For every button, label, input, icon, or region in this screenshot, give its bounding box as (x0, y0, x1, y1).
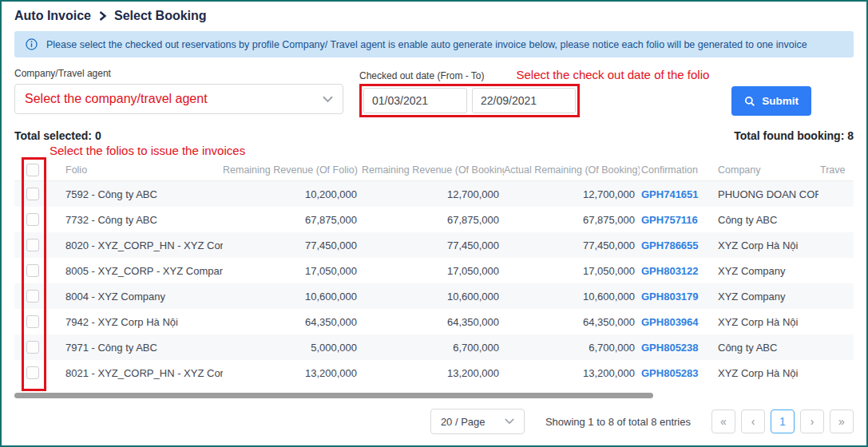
company-select[interactable]: Select the company/travel agent (14, 84, 343, 114)
confirmation-link[interactable]: GPH741651 (640, 188, 716, 200)
page-size-select[interactable]: 20 / Page (430, 409, 525, 434)
cell-remaining-revenue-folio: 67,875,000 (223, 214, 362, 226)
cell-actual-remaining: 67,875,000 (504, 214, 640, 226)
cell-company: XYZ Company (716, 265, 818, 277)
last-page-button[interactable]: » (830, 409, 854, 433)
cell-actual-remaining: 12,700,000 (504, 188, 640, 200)
cell-folio: 7592 - Công ty ABC (51, 188, 223, 200)
table-body: 7592 - Công ty ABC 10,200,000 12,700,000… (14, 181, 854, 386)
table-row[interactable]: 8021 - XYZ_CORP_HN - XYZ Corp Hà Nội 13,… (14, 360, 854, 386)
table-row[interactable]: 8004 - XYZ Company 10,600,000 10,600,000… (14, 283, 854, 309)
table-header-row: Folio Remaining Revenue (Of Folio) Remai… (14, 160, 854, 181)
col-header-travel-agent: Trave (818, 164, 854, 176)
confirmation-link[interactable]: GPH803964 (640, 316, 716, 328)
page-title: Select Booking (114, 9, 207, 23)
row-checkbox[interactable] (26, 366, 39, 379)
cell-actual-remaining: 64,350,000 (504, 316, 640, 328)
horizontal-scrollbar (14, 393, 854, 398)
row-checkbox[interactable] (26, 239, 39, 251)
cell-remaining-revenue-folio: 17,050,000 (223, 265, 362, 277)
cell-remaining-revenue-folio: 13,200,000 (223, 367, 362, 379)
confirmation-link[interactable]: GPH805283 (640, 367, 716, 379)
search-icon (744, 96, 755, 107)
row-checkbox[interactable] (26, 264, 39, 277)
cell-remaining-revenue-folio: 5,000,000 (223, 342, 362, 354)
col-header-confirmation: Confirmation (640, 164, 716, 176)
col-header-folio: Folio (51, 164, 223, 176)
confirmation-link[interactable]: GPH803179 (640, 291, 716, 303)
table-row[interactable]: 7592 - Công ty ABC 10,200,000 12,700,000… (14, 181, 854, 207)
cell-actual-remaining: 10,600,000 (504, 291, 640, 303)
cell-remaining-revenue-booking: 67,875,000 (362, 214, 504, 226)
info-circle-icon (26, 38, 38, 50)
col-header-remaining-revenue-folio: Remaining Revenue (Of Folio) (223, 164, 362, 176)
first-page-button[interactable]: « (711, 409, 735, 433)
cell-company: XYZ Company (716, 291, 818, 303)
pagination-summary: Showing 1 to 8 of total 8 entries (545, 416, 691, 428)
submit-button-label: Submit (762, 95, 799, 107)
col-header-actual-remaining: Actual Remaining (Of Booking) (504, 164, 640, 176)
submit-button[interactable]: Submit (731, 86, 811, 116)
date-to-input[interactable] (472, 88, 576, 113)
confirmation-link[interactable]: GPH757116 (640, 214, 716, 226)
total-found-booking: Total found booking: 8 (734, 129, 854, 142)
col-header-remaining-revenue-booking: Remaining Revenue (Of Booking) (362, 164, 504, 176)
cell-remaining-revenue-booking: 13,200,000 (362, 367, 504, 379)
table-row[interactable]: 7942 - XYZ Corp Hà Nội 64,350,000 64,350… (14, 309, 854, 334)
row-checkbox[interactable] (26, 213, 39, 226)
date-annotation-box (359, 84, 580, 117)
breadcrumb-parent[interactable]: Auto Invoice (14, 9, 91, 23)
select-all-checkbox[interactable] (26, 164, 39, 176)
next-page-button[interactable]: › (800, 409, 824, 433)
cell-actual-remaining: 17,050,000 (504, 265, 640, 277)
cell-actual-remaining: 77,450,000 (504, 239, 640, 251)
table-row[interactable]: 7732 - Công ty ABC 67,875,000 67,875,000… (14, 207, 854, 232)
cell-actual-remaining: 6,700,000 (504, 342, 640, 354)
company-label: Company/Travel agent (14, 68, 343, 79)
table-row[interactable]: 8005 - XYZ_CORP - XYZ Company 17,050,000… (14, 258, 854, 283)
confirmation-link[interactable]: GPH805238 (640, 342, 716, 354)
auto-invoice-page: Auto Invoice Select Booking Please selec… (0, 0, 868, 447)
prev-page-button[interactable]: ‹ (741, 409, 765, 433)
chevron-right-icon (98, 10, 107, 22)
confirmation-link[interactable]: GPH803122 (640, 265, 716, 277)
chevron-down-icon (505, 418, 514, 425)
cell-remaining-revenue-booking: 64,350,000 (362, 316, 504, 328)
cell-remaining-revenue-folio: 64,350,000 (223, 316, 362, 328)
cell-remaining-revenue-folio: 10,200,000 (223, 188, 362, 200)
cell-remaining-revenue-booking: 12,700,000 (362, 188, 504, 200)
cell-remaining-revenue-booking: 10,600,000 (362, 291, 504, 303)
cell-company: PHUONG DOAN CORP (716, 188, 818, 200)
row-checkbox[interactable] (26, 341, 39, 354)
folio-annotation-text: Select the folios to issue the invoices (50, 144, 854, 157)
cell-folio: 7732 - Công ty ABC (51, 214, 223, 226)
page-1-button[interactable]: 1 (771, 409, 795, 433)
horizontal-scrollbar-thumb[interactable] (14, 393, 653, 398)
cell-folio: 8005 - XYZ_CORP - XYZ Company (51, 265, 223, 277)
company-select-placeholder: Select the company/travel agent (25, 92, 208, 106)
col-header-company: Company (716, 164, 818, 176)
cell-remaining-revenue-booking: 6,700,000 (362, 342, 504, 354)
page-size-value: 20 / Page (441, 416, 486, 428)
cell-remaining-revenue-booking: 77,450,000 (362, 239, 504, 251)
row-checkbox[interactable] (26, 188, 39, 200)
date-range-label: Checked out date (From - To) (359, 70, 485, 81)
breadcrumb: Auto Invoice Select Booking (2, 2, 866, 28)
info-banner: Please select the checked out reservatio… (14, 31, 854, 57)
date-annotation-text: Select the check out date of the folio (517, 68, 710, 81)
booking-table: Folio Remaining Revenue (Of Folio) Remai… (14, 160, 854, 398)
cell-company: XYZ Corp Hà Nội (716, 367, 818, 379)
row-checkbox[interactable] (26, 290, 39, 303)
date-from-input[interactable] (363, 88, 467, 113)
confirmation-link[interactable]: GPH786655 (640, 239, 716, 251)
cell-company: XYZ Corp Hà Nội (716, 239, 818, 251)
info-banner-text: Please select the checked out reservatio… (46, 39, 807, 50)
row-checkbox[interactable] (26, 315, 39, 328)
cell-company: Công ty ABC (716, 342, 818, 354)
cell-remaining-revenue-folio: 10,600,000 (223, 291, 362, 303)
cell-folio: 8021 - XYZ_CORP_HN - XYZ Corp Hà Nội (51, 367, 223, 379)
filter-bar: Company/Travel agent Select the company/… (14, 68, 854, 117)
table-row[interactable]: 8020 - XYZ_CORP_HN - XYZ Corp Hà Nội 77,… (14, 232, 854, 258)
cell-folio: 8004 - XYZ Company (51, 291, 223, 303)
table-row[interactable]: 7971 - Công ty ABC 5,000,000 6,700,000 6… (14, 334, 854, 360)
